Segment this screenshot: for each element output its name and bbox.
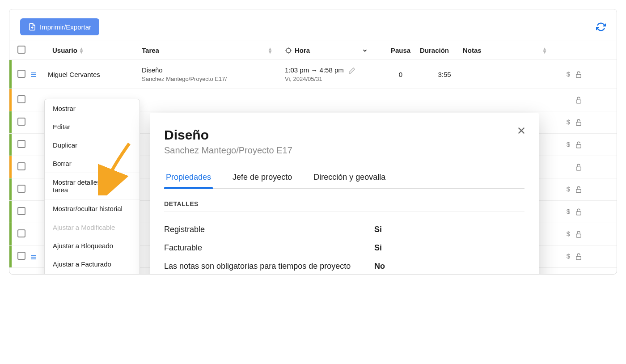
panel-subtitle: Sanchez Mantego/Proyecto E17 [164, 145, 524, 156]
tab-jefe[interactable]: Jefe de proyecto [231, 168, 294, 188]
lock-open-icon [575, 118, 583, 127]
svg-rect-13 [576, 189, 581, 193]
lock-open-icon [575, 185, 583, 194]
context-menu-item[interactable]: Duplicar [45, 136, 140, 154]
svg-rect-12 [576, 167, 581, 170]
lock-open-icon [575, 252, 583, 261]
dollar-icon: $ [567, 252, 570, 261]
divider [164, 211, 524, 212]
export-icon [28, 23, 36, 31]
lock-open-icon [575, 70, 583, 79]
svg-rect-9 [576, 100, 581, 103]
lock-open-icon [575, 140, 583, 149]
context-menu-item[interactable]: Borrar [45, 154, 140, 173]
row-menu-handle[interactable] [30, 70, 48, 78]
close-icon [516, 126, 526, 135]
toolbar: Imprimir/Exportar [9, 9, 617, 41]
property-row: RegistrableSi [164, 220, 524, 239]
tab-propiedades[interactable]: Propiedades [164, 168, 213, 188]
lock-open-icon [575, 207, 583, 216]
refresh-icon [596, 22, 606, 32]
row-status-icons: $ [546, 140, 591, 149]
dollar-icon: $ [567, 230, 570, 238]
cell-tarea: DiseñoSanchez Mantego/Proyecto E17/ [142, 66, 285, 82]
row-status-icons: $ [546, 207, 591, 216]
cell-pausa: 0 [381, 71, 420, 78]
col-hora[interactable]: Hora [285, 47, 381, 54]
property-row: FacturableSi [164, 239, 524, 257]
col-usuario[interactable]: Usuario▴▾ [48, 47, 142, 54]
context-menu: MostrarEditarDuplicarBorrarMostrar detal… [44, 99, 140, 275]
context-menu-item[interactable]: Mostrar/ocultar historial [45, 199, 140, 218]
task-details-panel: Diseño Sanchez Mantego/Proyecto E17 Prop… [150, 113, 539, 275]
row-status-icons [546, 96, 591, 104]
col-pausa[interactable]: Pausa [381, 47, 420, 54]
row-checkbox[interactable] [17, 118, 25, 126]
row-status-icons: $ [546, 230, 591, 238]
cell-hora: 1:03 pm → 4:58 pm Vi, 2024/05/31 [285, 66, 381, 82]
property-value: Si [374, 225, 382, 234]
row-checkbox[interactable] [17, 229, 25, 237]
panel-tabs: Propiedades Jefe de proyecto Dirección y… [164, 168, 524, 189]
context-menu-item[interactable]: Mostrar detalles de la tarea [45, 173, 140, 199]
row-status-icons: $ [546, 118, 591, 127]
panel-title: Diseño [164, 127, 524, 143]
col-tarea[interactable]: Tarea▴▾ [142, 47, 285, 54]
col-notas[interactable]: Notas▴▾ [463, 47, 546, 54]
context-menu-item: Ajustar a Modificable [45, 218, 140, 237]
dollar-icon: $ [567, 185, 570, 194]
context-menu-item[interactable]: Ajustar a Bloqueado [45, 237, 140, 255]
row-checkbox[interactable] [17, 162, 25, 170]
context-menu-item[interactable]: Ajustar a Facturado [45, 255, 140, 273]
panel-close-button[interactable] [516, 126, 526, 135]
row-checkbox[interactable] [17, 70, 25, 78]
context-menu-item[interactable]: Ajustar a Cerrado [45, 273, 140, 275]
print-export-button[interactable]: Imprimir/Exportar [20, 18, 99, 35]
svg-rect-15 [576, 234, 581, 237]
select-all-checkbox[interactable] [17, 46, 25, 54]
app-frame: Imprimir/Exportar Usuario▴▾ Tarea▴▾ Hora… [9, 9, 617, 275]
row-status-icons: $ [546, 70, 591, 79]
context-menu-item[interactable]: Editar [45, 118, 140, 136]
context-menu-item[interactable]: Mostrar [45, 99, 140, 118]
svg-rect-8 [576, 74, 581, 78]
menu-icon [30, 254, 37, 261]
svg-rect-19 [576, 256, 581, 260]
print-export-label: Imprimir/Exportar [40, 23, 91, 31]
property-label: Facturable [164, 243, 374, 253]
svg-rect-10 [576, 122, 581, 126]
svg-rect-11 [576, 144, 581, 148]
lock-open-icon [575, 230, 583, 238]
col-duracion[interactable]: Duración [420, 47, 463, 54]
svg-point-0 [286, 48, 291, 53]
chevron-down-icon [362, 47, 368, 54]
table-row: Miguel CervantesDiseñoSanchez Mantego/Pr… [9, 60, 617, 89]
svg-rect-14 [576, 212, 581, 215]
property-value: No [374, 262, 385, 271]
property-label: Registrable [164, 225, 374, 234]
dollar-icon: $ [567, 140, 570, 149]
row-checkbox[interactable] [17, 185, 25, 193]
row-status-icons: $ [546, 185, 591, 194]
dollar-icon: $ [567, 70, 570, 79]
cell-usuario: Miguel Cervantes [48, 71, 142, 78]
table-header: Usuario▴▾ Tarea▴▾ Hora Pausa Duración No… [9, 41, 617, 60]
section-label: DETALLES [164, 200, 524, 207]
row-checkbox[interactable] [17, 207, 25, 215]
menu-icon [30, 71, 37, 78]
dollar-icon: $ [567, 207, 570, 216]
tab-direccion[interactable]: Dirección y geovalla [312, 168, 387, 188]
lock-open-icon [575, 163, 583, 171]
cell-duracion: 3:55 [420, 71, 463, 78]
edit-time-button[interactable] [348, 66, 355, 74]
target-icon [285, 47, 292, 54]
pencil-icon [348, 67, 355, 74]
row-status-icons [546, 163, 591, 171]
row-checkbox[interactable] [17, 95, 25, 103]
property-label: Las notas son obligatorias para tiempos … [164, 262, 374, 271]
row-checkbox[interactable] [17, 140, 25, 148]
row-status-icons: $ [546, 252, 591, 261]
refresh-button[interactable] [596, 22, 606, 32]
dollar-icon: $ [567, 118, 570, 127]
row-checkbox[interactable] [17, 252, 25, 260]
